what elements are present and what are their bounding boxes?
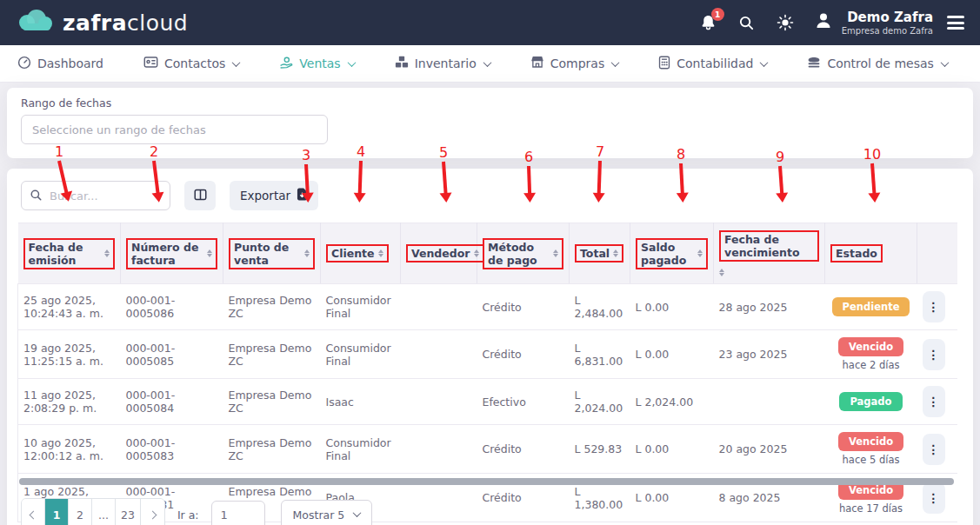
column-header-fecha-emision[interactable]: Fecha de emisión — [18, 223, 121, 284]
search-icon[interactable] — [737, 13, 757, 32]
sort-icon[interactable] — [697, 249, 703, 257]
chevron-down-icon — [940, 58, 949, 67]
table-row[interactable]: 11 ago 2025, 2:08:29 p. m. 000-001-00050… — [18, 379, 957, 425]
top-bar: zafracloud 1 — [0, 0, 980, 45]
column-header-punto-venta[interactable]: Punto de venta — [223, 223, 321, 284]
theme-brightness-icon[interactable] — [776, 13, 795, 32]
calculator-icon — [658, 56, 670, 72]
chevron-down-icon — [483, 58, 491, 67]
nav-item-dashboard[interactable]: Dashboard — [17, 56, 103, 72]
logo-text: zafracloud — [63, 10, 188, 36]
column-header-actions — [917, 223, 957, 284]
row-actions-kebab-icon[interactable]: ⋮ — [923, 482, 945, 514]
table-header-row: Fecha de emisión Número de factura Punto… — [18, 223, 957, 284]
status-badge: Vencido — [838, 432, 903, 451]
app-logo[interactable]: zafracloud — [16, 8, 188, 37]
column-header-fecha-vencimiento[interactable]: Fecha de vencimiento — [714, 223, 825, 284]
horizontal-scrollbar[interactable] — [19, 478, 954, 485]
notification-count-badge: 1 — [711, 8, 724, 21]
table-row[interactable]: 10 ago 2025, 12:00:12 a. m. 000-001-0005… — [18, 425, 957, 474]
nav-item-ventas[interactable]: Ventas — [279, 56, 354, 72]
chevron-down-icon — [611, 58, 620, 67]
sort-icon[interactable] — [553, 249, 558, 257]
gauge-icon — [17, 56, 31, 72]
chevron-down-icon — [347, 58, 356, 67]
pagination: 1 2 ... 23 Ir a: Mostrar 5 — [21, 498, 372, 525]
chevron-down-icon — [760, 58, 769, 67]
nav-item-contabilidad[interactable]: Contabilidad — [658, 56, 767, 72]
table-row[interactable]: 25 ago 2025, 10:24:43 a. m. 000-001-0005… — [18, 284, 957, 330]
search-icon — [30, 189, 43, 205]
invoices-card: Exportar Fecha de emisión Número de fact… — [7, 169, 973, 525]
row-actions-kebab-icon[interactable]: ⋮ — [923, 434, 945, 465]
boxes-icon — [395, 56, 409, 71]
page-button-2[interactable]: 2 — [69, 499, 92, 525]
search-input[interactable] — [21, 181, 170, 210]
status-subtext: hace 17 días — [830, 502, 912, 515]
sort-icon[interactable] — [613, 249, 618, 257]
file-export-icon — [297, 188, 308, 203]
row-actions-kebab-icon[interactable]: ⋮ — [923, 386, 945, 417]
nav-item-compras[interactable]: Compras — [530, 56, 619, 71]
page-button-23[interactable]: 23 — [116, 499, 141, 525]
goto-page-input[interactable] — [211, 501, 265, 525]
page-button-ellipsis[interactable]: ... — [92, 499, 116, 525]
user-company: Empresa demo Zafra — [842, 26, 933, 36]
status-badge: Pendiente — [832, 297, 910, 316]
nav-item-control-de-mesas[interactable]: Control de mesas — [807, 56, 947, 71]
columns-icon — [194, 189, 207, 203]
nav-item-inventario[interactable]: Inventario — [395, 56, 490, 71]
toggle-columns-button[interactable] — [184, 181, 216, 210]
stack-icon — [807, 56, 821, 71]
column-header-numero-factura[interactable]: Número de factura — [121, 223, 223, 284]
table-row[interactable]: 19 ago 2025, 11:25:15 a. m. 000-001-0005… — [18, 330, 957, 379]
main-nav: Dashboard Contactos Ventas Inventario — [0, 45, 980, 83]
chevron-down-icon — [232, 58, 241, 67]
page-size-select[interactable]: Mostrar 5 — [281, 500, 373, 525]
sort-icon[interactable] — [474, 249, 479, 257]
date-range-input[interactable] — [21, 115, 328, 144]
row-actions-kebab-icon[interactable]: ⋮ — [923, 339, 945, 370]
export-button[interactable]: Exportar — [230, 181, 318, 210]
store-icon — [530, 56, 544, 71]
menu-icon[interactable] — [947, 16, 964, 30]
status-badge: Vencido — [838, 337, 903, 356]
id-card-icon — [143, 56, 158, 71]
page-button-1[interactable]: 1 — [45, 499, 69, 525]
status-badge: Pagado — [839, 392, 902, 411]
nav-item-contactos[interactable]: Contactos — [143, 56, 239, 71]
date-filter-card: Rango de fechas — [7, 88, 973, 158]
sort-icon[interactable] — [378, 249, 383, 257]
column-header-vendedor[interactable]: Vendedor — [401, 223, 477, 284]
column-header-cliente[interactable]: Cliente — [321, 223, 401, 284]
prev-page-button[interactable] — [22, 499, 45, 525]
user-menu[interactable]: Demo Zafra Empresa demo Zafra — [814, 10, 964, 36]
notifications-bell-icon[interactable]: 1 — [699, 13, 718, 32]
column-header-saldo-pagado[interactable]: Saldo pagado — [630, 223, 714, 284]
user-icon — [814, 11, 833, 34]
column-header-metodo-pago[interactable]: Método de pago — [477, 223, 570, 284]
status-subtext: hace 5 días — [830, 454, 912, 466]
cloud-logo-icon — [16, 8, 56, 37]
status-subtext: hace 2 días — [830, 359, 912, 371]
hand-coin-icon — [279, 56, 293, 72]
column-header-total[interactable]: Total — [570, 223, 630, 284]
chevron-down-icon — [353, 508, 362, 517]
next-page-button[interactable] — [141, 499, 164, 525]
row-actions-kebab-icon[interactable]: ⋮ — [923, 291, 945, 322]
user-name: Demo Zafra — [847, 10, 933, 25]
sort-icon[interactable] — [207, 249, 212, 257]
date-range-label: Rango de fechas — [21, 96, 959, 110]
table-toolbar: Exportar — [21, 181, 959, 210]
sort-icon[interactable] — [719, 269, 724, 276]
goto-page-label: Ir a: — [177, 508, 199, 522]
column-header-estado[interactable]: Estado — [825, 223, 917, 284]
sort-icon[interactable] — [304, 249, 310, 257]
sort-icon[interactable] — [104, 249, 110, 257]
